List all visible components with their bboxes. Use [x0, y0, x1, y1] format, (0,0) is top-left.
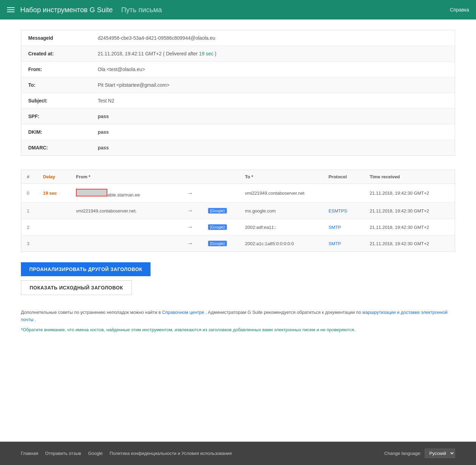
table-row: Subject: Test N2 — [21, 93, 455, 109]
disclaimer: *Обратите внимание, что имена хостов, на… — [21, 326, 455, 334]
row1-num: 1 — [21, 203, 38, 219]
row2-protocol: SMTP — [323, 219, 364, 235]
google-badge: [Google] — [208, 241, 227, 246]
label-created: Created at: — [21, 46, 91, 62]
route-row-0: 0 19 sec able.starman.ee → vmi221949.con… — [21, 184, 455, 203]
protocol-link-3[interactable]: SMTP — [329, 241, 341, 246]
col-header-to: To * — [239, 170, 323, 184]
value-dkim: pass — [91, 124, 455, 140]
row3-num: 3 — [21, 235, 38, 252]
help-link[interactable]: Справка — [450, 7, 469, 13]
label-from: From: — [21, 62, 91, 77]
label-spf: SPF: — [21, 109, 91, 124]
page-title: Путь письма — [121, 6, 162, 14]
row1-from: vmi221949.contaboserver.net. — [70, 203, 178, 219]
footer-language-section: Change language: Русский English — [384, 449, 455, 458]
google-badge: [Google] — [208, 224, 227, 230]
buttons-section: ПРОАНАЛИЗИРОВАТЬ ДРУГОЙ ЗАГОЛОВОК ПОКАЗА… — [21, 262, 455, 295]
value-messageid: d2454956-cbe3-53a4-d421-09586c809944@ola… — [91, 30, 455, 46]
col-header-arrow — [178, 170, 202, 184]
row1-to-label: [Google] — [202, 203, 239, 219]
label-dmarc: DMARC: — [21, 140, 91, 156]
row2-time: 21.11.2018, 19:42:30 GMT+2 — [364, 219, 455, 235]
row3-to: 2002:a1c:1a85:0:0:0:0:0 — [239, 235, 323, 252]
label-messageid: MessageId — [21, 30, 91, 46]
arrow-icon: → — [187, 240, 193, 246]
footer: Главная Отправить отзыв Google Политика … — [0, 442, 476, 465]
row0-protocol — [323, 184, 364, 203]
table-row: To: Pit Start <pitstartee@gmail.com> — [21, 77, 455, 93]
arrow-icon: → — [187, 224, 193, 230]
highlighted-from — [76, 189, 107, 196]
footer-link-feedback[interactable]: Отправить отзыв — [45, 451, 81, 456]
route-row-3: 3 → [Google] 2002:a1c:1a85:0:0:0:0:0 SMT… — [21, 235, 455, 252]
label-subject: Subject: — [21, 93, 91, 109]
header-left: Набор инструментов G Suite Путь письма — [7, 6, 162, 14]
table-row: Created at: 21.11.2018, 19:42:11 GMT+2 (… — [21, 46, 455, 62]
language-select[interactable]: Русский English — [425, 449, 455, 458]
value-dmarc: pass — [91, 140, 455, 156]
table-row: From: Ola <test@olaola.eu> — [21, 62, 455, 77]
row3-delay — [38, 235, 71, 252]
row0-from: able.starman.ee — [70, 184, 178, 203]
table-row: DKIM: pass — [21, 124, 455, 140]
row2-num: 2 — [21, 219, 38, 235]
label-to: To: — [21, 77, 91, 93]
show-button[interactable]: ПОКАЗАТЬ ИСХОДНЫЙ ЗАГОЛОВОК — [21, 280, 132, 295]
route-section: # Delay From * To * Protocol Time receiv… — [21, 170, 455, 252]
row2-to: 2002:adf:ea11:: — [239, 219, 323, 235]
row3-time: 21.11.2018, 19:42:30 GMT+2 — [364, 235, 455, 252]
footer-link-privacy[interactable]: Политика конфиденциальности и Условия ис… — [110, 451, 232, 456]
col-header-protocol: Protocol — [323, 170, 364, 184]
value-created: 21.11.2018, 19:42:11 GMT+2 ( Delivered a… — [91, 46, 455, 62]
row1-delay — [38, 203, 71, 219]
notes-section: Дополнительные советы по устранению непо… — [21, 309, 455, 333]
footer-links: Главная Отправить отзыв Google Политика … — [21, 451, 232, 456]
footer-link-google[interactable]: Google — [88, 451, 103, 456]
route-row-2: 2 → [Google] 2002:adf:ea11:: SMTP 21.11.… — [21, 219, 455, 235]
info-table: MessageId d2454956-cbe3-53a4-d421-09586c… — [21, 30, 455, 156]
delivered-link[interactable]: 19 sec — [199, 51, 213, 56]
row0-to-label — [202, 184, 239, 203]
row0-arrow: → — [178, 184, 202, 203]
row3-protocol: SMTP — [323, 235, 364, 252]
row1-to: mx.google.com — [239, 203, 323, 219]
col-header-delay: Delay — [38, 170, 71, 184]
row2-to-label: [Google] — [202, 219, 239, 235]
route-table: # Delay From * To * Protocol Time receiv… — [21, 170, 455, 252]
table-row: SPF: pass — [21, 109, 455, 124]
footer-link-home[interactable]: Главная — [21, 451, 38, 456]
arrow-icon: → — [187, 190, 193, 196]
row0-to: vmi221949.contaboserver.net — [239, 184, 323, 203]
row3-from — [70, 235, 178, 252]
hamburger-icon[interactable] — [7, 7, 15, 12]
row3-arrow: → — [178, 235, 202, 252]
row2-arrow: → — [178, 219, 202, 235]
protocol-link-1[interactable]: ESMTPS — [329, 208, 347, 214]
value-from: Ola <test@olaola.eu> — [91, 62, 455, 77]
row3-to-label: [Google] — [202, 235, 239, 252]
row2-from — [70, 219, 178, 235]
language-label: Change language: — [384, 451, 421, 456]
value-to: Pit Start <pitstartee@gmail.com> — [91, 77, 455, 93]
main-content: MessageId d2454956-cbe3-53a4-d421-09586c… — [0, 20, 476, 442]
col-header-num: # — [21, 170, 38, 184]
value-spf: pass — [91, 109, 455, 124]
label-dkim: DKIM: — [21, 124, 91, 140]
row0-num: 0 — [21, 184, 38, 203]
table-row: MessageId d2454956-cbe3-53a4-d421-09586c… — [21, 30, 455, 46]
notes-before: Дополнительные советы по устранению непо… — [21, 310, 162, 315]
route-table-header: # Delay From * To * Protocol Time receiv… — [21, 170, 455, 184]
analyze-button[interactable]: ПРОАНАЛИЗИРОВАТЬ ДРУГОЙ ЗАГОЛОВОК — [21, 262, 151, 276]
col-header-to-label — [202, 170, 239, 184]
help-center-link[interactable]: Справочном центре — [162, 310, 204, 315]
row0-delay: 19 sec — [38, 184, 71, 203]
row1-time: 21.11.2018, 19:42:30 GMT+2 — [364, 203, 455, 219]
google-badge: [Google] — [208, 208, 227, 214]
protocol-link-2[interactable]: SMTP — [329, 225, 341, 230]
row2-delay — [38, 219, 71, 235]
arrow-icon: → — [187, 208, 193, 214]
notes-middle: . Администраторам G Suite рекомендуется … — [205, 310, 362, 315]
route-row-1: 1 vmi221949.contaboserver.net. → [Google… — [21, 203, 455, 219]
header: Набор инструментов G Suite Путь письма С… — [0, 0, 476, 20]
